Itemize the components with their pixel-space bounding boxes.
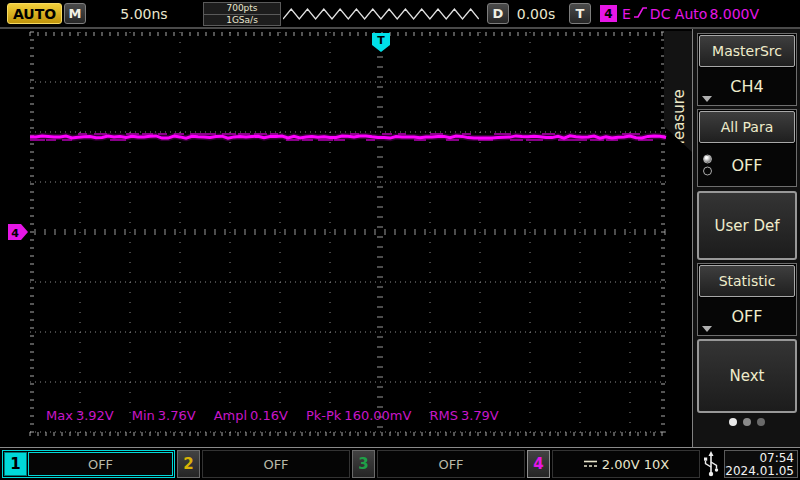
run-mode-auto-button[interactable]: AUTO <box>7 3 62 24</box>
statistic-button[interactable]: Statistic <box>699 265 795 297</box>
measurement-pkpk: Pk-Pk160.00mV <box>306 408 411 423</box>
measure-softkey-menu: MasterSrc CH4 All Para OFF User Def Stat… <box>692 29 800 447</box>
radio-selected-icon <box>703 155 712 164</box>
measurement-ampl: Ampl0.16V <box>214 408 288 423</box>
master-src-group: MasterSrc CH4 <box>697 33 797 106</box>
chevron-down-icon <box>702 326 712 332</box>
date: 2024.01.05 <box>725 465 794 478</box>
clock-readout: 07:54 2024.01.05 <box>724 450 798 478</box>
user-def-button[interactable]: User Def <box>697 191 797 260</box>
all-para-group: All Para OFF <box>697 109 797 187</box>
usb-device-icon <box>700 450 722 478</box>
trigger-info-readout: E DC Auto 8.000V <box>622 5 759 22</box>
channel-2-status: OFF <box>202 450 350 478</box>
channel-1-box[interactable]: 1 OFF <box>2 450 175 478</box>
measurement-rms: RMS3.79V <box>429 408 498 423</box>
chevron-down-icon <box>702 96 712 102</box>
channel-3-box[interactable]: 3 OFF <box>352 450 525 478</box>
trigger-coupling-mode: DC Auto <box>650 6 708 22</box>
measurement-min: Min3.76V <box>132 408 196 423</box>
trigger-level: 8.000V <box>709 6 759 22</box>
sample-rate: 1GSa/s <box>203 14 281 26</box>
trigger-type: E <box>622 6 631 22</box>
rising-edge-icon <box>633 5 648 23</box>
channel-4-box[interactable]: 4 2.00V 10X <box>527 450 700 478</box>
channel-3-status: OFF <box>377 450 525 478</box>
delay-menu-button[interactable]: D <box>487 3 509 24</box>
horizontal-menu-button[interactable]: M <box>64 3 86 24</box>
master-src-value[interactable]: CH4 <box>698 68 796 105</box>
radio-indicator-icons <box>703 155 712 176</box>
measurement-results-row: Max3.92V Min3.76V Ampl0.16V Pk-Pk160.00m… <box>46 408 499 423</box>
channel-2-box[interactable]: 2 OFF <box>177 450 350 478</box>
svg-text:4: 4 <box>11 227 19 240</box>
radio-unselected-icon <box>703 167 712 176</box>
trigger-menu-button[interactable]: T <box>569 3 591 24</box>
memory-depth: 700pts <box>203 2 281 14</box>
channel-3-badge: 3 <box>352 450 375 478</box>
all-para-button[interactable]: All Para <box>699 111 795 143</box>
waveform-memory-icon <box>283 5 479 27</box>
next-page-button[interactable]: Next <box>697 339 797 413</box>
trigger-source-badge: 4 <box>600 5 617 22</box>
statistic-group: Statistic OFF <box>697 263 797 336</box>
menu-page-indicator <box>697 418 797 426</box>
trigger-delay-readout: 0.00s <box>509 6 563 22</box>
page-dot-1 <box>729 418 737 426</box>
top-status-bar: AUTO M 5.00ns 700pts 1GSa/s D 0.00s T 4 … <box>0 0 800 29</box>
oscilloscope-screen: T4 AUTO M 5.00ns 700pts 1GSa/s D 0.00s T… <box>0 0 800 480</box>
all-para-value[interactable]: OFF <box>698 144 796 186</box>
dc-coupling-icon <box>583 457 598 472</box>
measurement-max: Max3.92V <box>46 408 114 423</box>
acquisition-info-box: 700pts 1GSa/s <box>203 2 281 26</box>
page-dot-3 <box>757 418 765 426</box>
channel-1-status: OFF <box>28 452 173 476</box>
page-dot-2 <box>743 418 751 426</box>
statistic-value[interactable]: OFF <box>698 298 796 335</box>
timebase-readout: 5.00ns <box>96 6 192 22</box>
channel-1-badge: 1 <box>4 452 27 476</box>
channel-4-badge: 4 <box>527 450 550 478</box>
channel-2-badge: 2 <box>177 450 200 478</box>
channel-status-bar: 1 OFF 2 OFF 3 OFF 4 <box>0 447 800 480</box>
master-src-button[interactable]: MasterSrc <box>699 35 795 67</box>
channel-4-status: 2.00V 10X <box>552 450 700 478</box>
svg-text:T: T <box>377 34 385 47</box>
